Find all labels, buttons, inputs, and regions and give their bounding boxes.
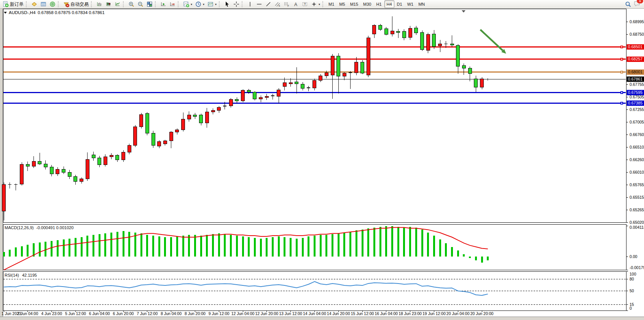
time-axis-label: 6 Jun 20:00 — [113, 311, 134, 316]
macd-histogram-bar — [266, 238, 268, 257]
fibonacci-button[interactable]: F — [282, 0, 291, 8]
auto-scroll-button[interactable] — [159, 0, 168, 8]
tile-windows-icon — [147, 1, 153, 7]
rsi-axis-label: 100 — [630, 272, 636, 276]
toolbar-grip — [26, 1, 28, 7]
macd-histogram-bar — [170, 237, 172, 257]
macd-axis-label: -0.001793 — [630, 265, 644, 270]
zoom-in-button[interactable] — [127, 0, 136, 8]
price-axis-label: 0.66760 — [630, 132, 644, 137]
toolbar-grip — [91, 1, 93, 7]
price-level-badge-label: 0.67861 — [628, 77, 642, 81]
candle — [355, 62, 358, 73]
vertical-line-icon — [247, 1, 253, 7]
macd-axis-label: 0.00 — [630, 254, 638, 259]
indicators-icon — [183, 1, 189, 7]
macd-histogram-bar — [338, 233, 340, 257]
horizontal-line-button[interactable] — [255, 0, 264, 8]
price-axis-label: 0.65515 — [630, 195, 644, 200]
candlestick-chart-button[interactable] — [104, 0, 113, 8]
timeframe-M15[interactable]: M15 — [348, 0, 360, 8]
cursor-button[interactable] — [223, 0, 232, 8]
timeframe-H1[interactable]: H1 — [374, 0, 384, 8]
macd-histogram-bar — [92, 235, 94, 257]
timeframe-W1[interactable]: W1 — [405, 0, 416, 8]
candle — [128, 145, 131, 152]
periods-button[interactable]: ▾ — [194, 0, 206, 8]
macd-histogram-bar — [27, 245, 29, 257]
crosshair-button[interactable] — [232, 0, 241, 8]
candle — [253, 92, 257, 99]
macd-histogram-bar — [362, 230, 363, 257]
candle — [408, 29, 412, 38]
macd-histogram-bar — [15, 247, 17, 257]
price-level-badge-label: 0.68001 — [628, 70, 642, 74]
profiles-button[interactable] — [30, 0, 39, 8]
macd-histogram-bar — [445, 243, 447, 257]
timeframe-H4[interactable]: H4 — [384, 0, 394, 8]
periods-clock-icon — [195, 1, 201, 7]
time-axis-label: 8 Jun 20:00 — [185, 311, 206, 316]
candle — [259, 97, 263, 99]
candle — [277, 90, 281, 96]
chart-shift-button[interactable] — [168, 0, 177, 8]
line-end-marker — [621, 71, 622, 73]
rsi-axis-label: 0 — [630, 306, 632, 310]
macd-histogram-bar — [272, 237, 274, 257]
indicators-button[interactable]: ▾ — [182, 0, 194, 8]
timeframe-MN[interactable]: MN — [416, 0, 427, 8]
market-watch-button[interactable] — [39, 0, 48, 8]
time-axis-label: 16 Jun 04:00 — [375, 311, 398, 316]
candle — [110, 155, 113, 157]
time-axis-label: 14 Jun 04:00 — [303, 311, 326, 316]
vertical-line-button[interactable] — [245, 0, 255, 8]
candle — [325, 73, 328, 76]
timeframe-M30[interactable]: M30 — [361, 0, 373, 8]
macd-histogram-bar — [99, 234, 100, 257]
bar-chart-button[interactable] — [95, 0, 104, 8]
timeframe-M1[interactable]: M1 — [326, 0, 336, 8]
candle — [450, 44, 454, 45]
zoom-out-button[interactable] — [136, 0, 145, 8]
macd-histogram-bar — [3, 252, 5, 257]
candle — [480, 79, 484, 87]
signals-button[interactable] — [48, 0, 57, 8]
time-axis-label: 7 Jun 12:00 — [137, 311, 158, 316]
text-label-button[interactable]: T — [300, 0, 309, 8]
new-order-button[interactable]: 新订单 — [1, 0, 25, 8]
notifications-button[interactable]: 1 — [634, 0, 641, 8]
macd-histogram-bar — [296, 239, 298, 257]
macd-histogram-bar — [200, 236, 202, 257]
candle — [74, 176, 77, 181]
search-icon[interactable] — [625, 1, 631, 8]
signals-icon — [49, 1, 56, 7]
tile-windows-button[interactable] — [145, 0, 154, 8]
macd-histogram-bar — [403, 228, 405, 257]
macd-histogram-bar — [86, 236, 88, 257]
chart-shift-icon — [169, 1, 175, 7]
time-axis-label: 14 Jun 20:00 — [327, 311, 350, 316]
trendline-button[interactable] — [264, 0, 273, 8]
templates-button[interactable]: ▾ — [206, 0, 218, 8]
candle — [80, 179, 83, 182]
svg-text:T: T — [304, 2, 306, 6]
svg-text:A: A — [294, 2, 297, 7]
candle — [426, 34, 430, 50]
chart-canvas[interactable]: 0.689950.687500.677550.675050.672550.670… — [0, 9, 644, 320]
arrows-button[interactable]: ▾ — [309, 0, 322, 8]
timeframe-M5[interactable]: M5 — [337, 0, 347, 8]
equidistant-channel-button[interactable]: E — [273, 0, 282, 8]
toolbar-grip — [58, 1, 60, 7]
rsi-axis-label: 50 — [630, 288, 634, 293]
timeframe-D1[interactable]: D1 — [395, 0, 405, 8]
price-level-badge-label: 0.67385 — [628, 101, 642, 105]
price-axis-label: 0.66510 — [630, 145, 644, 149]
macd-histogram-bar — [320, 235, 322, 257]
text-button[interactable]: A — [291, 0, 300, 8]
auto-trading-button[interactable]: 自动交易 — [62, 0, 90, 8]
line-chart-button[interactable] — [113, 0, 122, 8]
price-axis-label: 0.68995 — [630, 19, 644, 24]
candle — [367, 38, 370, 75]
macd-histogram-bar — [134, 233, 136, 257]
svg-text:F: F — [288, 5, 289, 7]
